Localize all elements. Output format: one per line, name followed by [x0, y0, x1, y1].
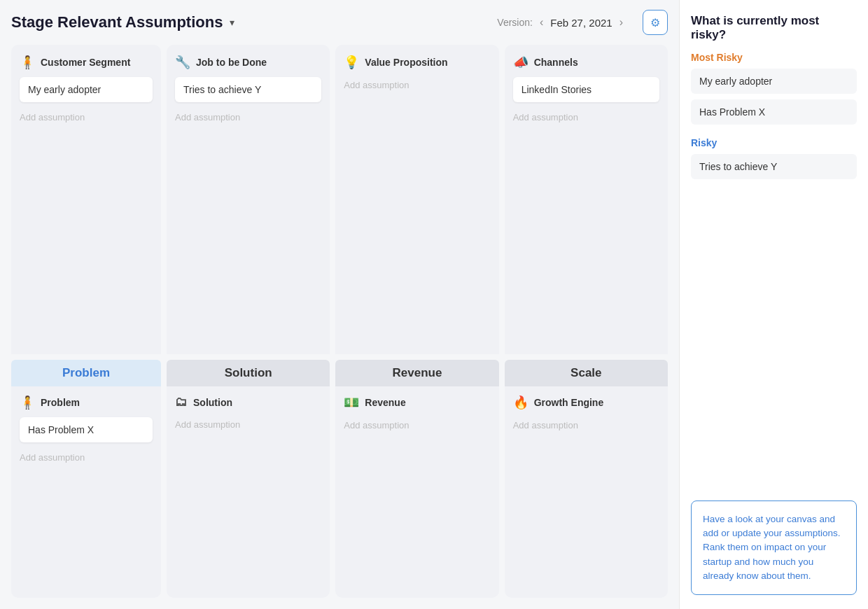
revenue-stage-label: Revenue	[335, 360, 498, 386]
solution-stage-body: 🗂 Solution Add assumption	[167, 386, 330, 598]
job-header: 🔧 Job to be Done	[175, 55, 321, 70]
dropdown-icon[interactable]: ▾	[230, 17, 234, 28]
assumption-text: Tries to achieve Y	[183, 84, 261, 95]
solution-label: Solution	[193, 397, 232, 408]
prev-version-button[interactable]: ‹	[537, 16, 546, 29]
value-column: 💡 Value Proposition Add assumption	[335, 45, 498, 354]
value-card: 💡 Value Proposition Add assumption	[335, 45, 498, 354]
channels-icon: 📣	[513, 55, 528, 70]
version-nav: Version: ‹ Feb 27, 2021 ›	[497, 16, 626, 29]
scale-stage-label: Scale	[505, 360, 668, 386]
add-assumption-solution[interactable]: Add assumption	[175, 416, 321, 433]
problem-stage-label: Problem	[11, 360, 161, 386]
add-assumption-problem[interactable]: Add assumption	[20, 449, 153, 465]
revenue-label: Revenue	[365, 397, 405, 408]
version-label: Version:	[497, 17, 533, 28]
tip-box: Have a look at your canvas and add or up…	[691, 500, 857, 595]
growth-engine-icon: 🔥	[513, 395, 528, 410]
solution-stage-label: Solution	[167, 360, 330, 386]
right-panel-title: What is currently most risky?	[691, 14, 857, 42]
customer-segment-label: Customer Segment	[41, 57, 130, 68]
job-column: 🔧 Job to be Done Tries to achieve Y Add …	[167, 45, 330, 354]
job-icon: 🔧	[175, 55, 190, 70]
value-icon: 💡	[344, 55, 359, 70]
assumption-card[interactable]: Tries to achieve Y	[175, 77, 321, 102]
top-row: 🧍 Customer Segment My early adopter Add …	[11, 45, 668, 354]
problem-stage-column: Problem 🧍 Problem Has Problem X Add assu…	[11, 360, 161, 598]
add-assumption-revenue[interactable]: Add assumption	[344, 417, 490, 433]
problem-label: Problem	[41, 397, 80, 408]
channels-column: 📣 Channels LinkedIn Stories Add assumpti…	[505, 45, 668, 354]
tip-text: Have a look at your canvas and add or up…	[703, 514, 841, 581]
assumption-card[interactable]: LinkedIn Stories	[513, 77, 659, 102]
job-label: Job to be Done	[196, 57, 267, 68]
revenue-stage-body: 💵 Revenue Add assumption	[335, 386, 498, 598]
revenue-stage-column: Revenue 💵 Revenue Add assumption	[335, 360, 498, 598]
page-header: Stage Relevant Assumptions ▾ Version: ‹ …	[11, 0, 668, 45]
customer-segment-column: 🧍 Customer Segment My early adopter Add …	[11, 45, 161, 354]
assumption-text: Has Problem X	[28, 424, 94, 435]
scale-stage-body: 🔥 Growth Engine Add assumption	[505, 386, 668, 598]
bottom-row: Problem 🧍 Problem Has Problem X Add assu…	[11, 360, 668, 598]
page-title: Stage Relevant Assumptions	[11, 13, 223, 31]
next-version-button[interactable]: ›	[617, 16, 626, 29]
value-header: 💡 Value Proposition	[344, 55, 490, 70]
add-assumption-channels[interactable]: Add assumption	[513, 109, 659, 125]
channels-card: 📣 Channels LinkedIn Stories Add assumpti…	[505, 45, 668, 354]
version-date: Feb 27, 2021	[550, 17, 612, 29]
most-risky-item-1[interactable]: Has Problem X	[691, 99, 857, 125]
customer-segment-icon: 🧍	[20, 55, 35, 70]
add-assumption-customer[interactable]: Add assumption	[20, 109, 153, 125]
solution-stage-column: Solution 🗂 Solution Add assumption	[167, 360, 330, 598]
channels-label: Channels	[534, 57, 578, 68]
add-assumption-value[interactable]: Add assumption	[344, 77, 490, 93]
risky-item-0[interactable]: Tries to achieve Y	[691, 154, 857, 179]
customer-segment-header: 🧍 Customer Segment	[20, 55, 153, 70]
customer-segment-card: 🧍 Customer Segment My early adopter Add …	[11, 45, 161, 354]
problem-header: 🧍 Problem	[20, 395, 153, 410]
most-risky-label: Most Risky	[691, 52, 857, 63]
risky-label: Risky	[691, 137, 857, 148]
canvas-grid: 🧍 Customer Segment My early adopter Add …	[11, 45, 668, 598]
revenue-icon: 💵	[344, 395, 359, 410]
solution-icon: 🗂	[175, 395, 188, 410]
revenue-header: 💵 Revenue	[344, 395, 490, 410]
add-assumption-growth[interactable]: Add assumption	[513, 417, 659, 433]
assumption-text: My early adopter	[28, 84, 101, 95]
right-panel: What is currently most risky? Most Risky…	[679, 0, 868, 609]
channels-header: 📣 Channels	[513, 55, 659, 70]
solution-header: 🗂 Solution	[175, 395, 321, 410]
assumption-text: LinkedIn Stories	[522, 84, 592, 95]
growth-engine-label: Growth Engine	[534, 397, 604, 408]
settings-button[interactable]: ⚙	[643, 10, 668, 35]
add-assumption-job[interactable]: Add assumption	[175, 109, 321, 125]
growth-engine-header: 🔥 Growth Engine	[513, 395, 659, 410]
gear-icon: ⚙	[650, 16, 660, 29]
problem-icon: 🧍	[20, 395, 35, 410]
assumption-card[interactable]: Has Problem X	[20, 417, 153, 442]
scale-stage-column: Scale 🔥 Growth Engine Add assumption	[505, 360, 668, 598]
most-risky-item-0[interactable]: My early adopter	[691, 69, 857, 94]
value-label: Value Proposition	[365, 57, 447, 68]
job-card: 🔧 Job to be Done Tries to achieve Y Add …	[167, 45, 330, 354]
assumption-card[interactable]: My early adopter	[20, 77, 153, 102]
problem-stage-body: 🧍 Problem Has Problem X Add assumption	[11, 386, 161, 598]
